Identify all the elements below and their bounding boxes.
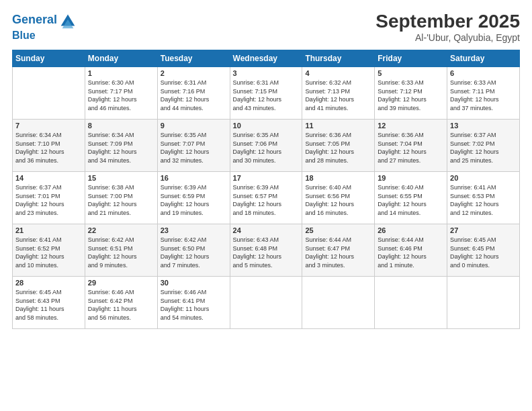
- day-number: 15: [88, 174, 154, 182]
- day-number: 4: [305, 69, 371, 77]
- calendar-cell: 19Sunrise: 6:40 AM Sunset: 6:55 PM Dayli…: [375, 172, 447, 224]
- day-info: Sunrise: 6:31 AM Sunset: 7:15 PM Dayligh…: [233, 79, 300, 112]
- day-info: Sunrise: 6:39 AM Sunset: 6:57 PM Dayligh…: [233, 183, 300, 217]
- logo: General Blue: [12, 11, 77, 42]
- logo-icon: [58, 11, 77, 30]
- day-header-wednesday: Wednesday: [230, 50, 302, 67]
- logo-text: General: [12, 13, 57, 27]
- day-info: Sunrise: 6:40 AM Sunset: 6:56 PM Dayligh…: [305, 183, 371, 217]
- calendar-cell: 7Sunrise: 6:34 AM Sunset: 7:10 PM Daylig…: [13, 120, 85, 172]
- calendar-cell: [13, 67, 85, 120]
- day-number: 24: [233, 226, 300, 234]
- title-block: September 2025 Al-'Ubur, Qalyubia, Egypt: [375, 11, 520, 43]
- day-number: 14: [15, 174, 82, 182]
- day-number: 22: [88, 226, 154, 234]
- week-row-1: 1Sunrise: 6:30 AM Sunset: 7:17 PM Daylig…: [13, 67, 520, 120]
- day-number: 11: [305, 122, 371, 130]
- day-number: 6: [450, 69, 517, 77]
- calendar-cell: 9Sunrise: 6:35 AM Sunset: 7:07 PM Daylig…: [157, 120, 230, 172]
- day-number: 23: [161, 226, 227, 234]
- day-number: 1: [88, 69, 154, 77]
- calendar-cell: 27Sunrise: 6:45 AM Sunset: 6:45 PM Dayli…: [447, 224, 520, 277]
- week-row-5: 28Sunrise: 6:45 AM Sunset: 6:43 PM Dayli…: [13, 277, 520, 329]
- day-info: Sunrise: 6:37 AM Sunset: 7:02 PM Dayligh…: [450, 131, 517, 165]
- day-info: Sunrise: 6:44 AM Sunset: 6:47 PM Dayligh…: [305, 236, 371, 269]
- day-number: 8: [88, 122, 154, 130]
- calendar-cell: 4Sunrise: 6:32 AM Sunset: 7:13 PM Daylig…: [302, 67, 375, 120]
- day-number: 20: [450, 174, 517, 182]
- day-header-sunday: Sunday: [13, 50, 85, 67]
- calendar-cell: 5Sunrise: 6:33 AM Sunset: 7:12 PM Daylig…: [375, 67, 447, 120]
- day-number: 28: [15, 279, 82, 287]
- day-info: Sunrise: 6:33 AM Sunset: 7:12 PM Dayligh…: [378, 79, 444, 112]
- location: Al-'Ubur, Qalyubia, Egypt: [375, 32, 520, 43]
- day-info: Sunrise: 6:34 AM Sunset: 7:10 PM Dayligh…: [15, 131, 82, 165]
- calendar-cell: 11Sunrise: 6:36 AM Sunset: 7:05 PM Dayli…: [302, 120, 375, 172]
- day-header-monday: Monday: [85, 50, 157, 67]
- day-info: Sunrise: 6:41 AM Sunset: 6:53 PM Dayligh…: [450, 183, 517, 217]
- calendar-cell: 6Sunrise: 6:33 AM Sunset: 7:11 PM Daylig…: [447, 67, 520, 120]
- day-info: Sunrise: 6:46 AM Sunset: 6:41 PM Dayligh…: [161, 288, 227, 322]
- page-container: General Blue September 2025 Al-'Ubur, Qa…: [0, 0, 532, 336]
- day-number: 9: [161, 122, 227, 130]
- calendar-cell: 28Sunrise: 6:45 AM Sunset: 6:43 PM Dayli…: [13, 277, 85, 329]
- week-row-2: 7Sunrise: 6:34 AM Sunset: 7:10 PM Daylig…: [13, 120, 520, 172]
- day-info: Sunrise: 6:30 AM Sunset: 7:17 PM Dayligh…: [88, 79, 154, 112]
- day-number: 7: [15, 122, 82, 130]
- day-info: Sunrise: 6:41 AM Sunset: 6:52 PM Dayligh…: [15, 236, 82, 269]
- day-number: 17: [233, 174, 300, 182]
- day-number: 21: [15, 226, 82, 234]
- day-number: 25: [305, 226, 371, 234]
- day-info: Sunrise: 6:36 AM Sunset: 7:04 PM Dayligh…: [378, 131, 444, 165]
- calendar-cell: 12Sunrise: 6:36 AM Sunset: 7:04 PM Dayli…: [375, 120, 447, 172]
- day-header-saturday: Saturday: [447, 50, 520, 67]
- day-number: 26: [378, 226, 444, 234]
- day-info: Sunrise: 6:45 AM Sunset: 6:45 PM Dayligh…: [450, 236, 517, 269]
- calendar-cell: 16Sunrise: 6:39 AM Sunset: 6:59 PM Dayli…: [157, 172, 230, 224]
- calendar-table: SundayMondayTuesdayWednesdayThursdayFrid…: [12, 50, 520, 329]
- day-info: Sunrise: 6:46 AM Sunset: 6:42 PM Dayligh…: [88, 288, 154, 322]
- day-header-tuesday: Tuesday: [157, 50, 230, 67]
- calendar-cell: 23Sunrise: 6:42 AM Sunset: 6:50 PM Dayli…: [157, 224, 230, 277]
- day-info: Sunrise: 6:35 AM Sunset: 7:06 PM Dayligh…: [233, 131, 300, 165]
- calendar-cell: 26Sunrise: 6:44 AM Sunset: 6:46 PM Dayli…: [375, 224, 447, 277]
- calendar-cell: [447, 277, 520, 329]
- calendar-cell: 10Sunrise: 6:35 AM Sunset: 7:06 PM Dayli…: [230, 120, 302, 172]
- day-info: Sunrise: 6:34 AM Sunset: 7:09 PM Dayligh…: [88, 131, 154, 165]
- calendar-cell: [375, 277, 447, 329]
- page-header: General Blue September 2025 Al-'Ubur, Qa…: [12, 11, 520, 43]
- calendar-cell: 8Sunrise: 6:34 AM Sunset: 7:09 PM Daylig…: [85, 120, 157, 172]
- calendar-cell: 1Sunrise: 6:30 AM Sunset: 7:17 PM Daylig…: [85, 67, 157, 120]
- week-row-4: 21Sunrise: 6:41 AM Sunset: 6:52 PM Dayli…: [13, 224, 520, 277]
- day-info: Sunrise: 6:40 AM Sunset: 6:55 PM Dayligh…: [378, 183, 444, 217]
- calendar-cell: 21Sunrise: 6:41 AM Sunset: 6:52 PM Dayli…: [13, 224, 85, 277]
- week-row-3: 14Sunrise: 6:37 AM Sunset: 7:01 PM Dayli…: [13, 172, 520, 224]
- day-info: Sunrise: 6:38 AM Sunset: 7:00 PM Dayligh…: [88, 183, 154, 217]
- calendar-cell: 22Sunrise: 6:42 AM Sunset: 6:51 PM Dayli…: [85, 224, 157, 277]
- logo-blue-text: Blue: [12, 30, 77, 42]
- day-info: Sunrise: 6:42 AM Sunset: 6:51 PM Dayligh…: [88, 236, 154, 269]
- calendar-cell: 15Sunrise: 6:38 AM Sunset: 7:00 PM Dayli…: [85, 172, 157, 224]
- calendar-cell: 30Sunrise: 6:46 AM Sunset: 6:41 PM Dayli…: [157, 277, 230, 329]
- calendar-cell: [302, 277, 375, 329]
- day-info: Sunrise: 6:32 AM Sunset: 7:13 PM Dayligh…: [305, 79, 371, 112]
- day-info: Sunrise: 6:36 AM Sunset: 7:05 PM Dayligh…: [305, 131, 371, 165]
- day-info: Sunrise: 6:35 AM Sunset: 7:07 PM Dayligh…: [161, 131, 227, 165]
- day-info: Sunrise: 6:42 AM Sunset: 6:50 PM Dayligh…: [161, 236, 227, 269]
- calendar-cell: 24Sunrise: 6:43 AM Sunset: 6:48 PM Dayli…: [230, 224, 302, 277]
- day-number: 27: [450, 226, 517, 234]
- calendar-cell: 18Sunrise: 6:40 AM Sunset: 6:56 PM Dayli…: [302, 172, 375, 224]
- day-number: 16: [161, 174, 227, 182]
- calendar-cell: 25Sunrise: 6:44 AM Sunset: 6:47 PM Dayli…: [302, 224, 375, 277]
- day-number: 18: [305, 174, 371, 182]
- day-info: Sunrise: 6:37 AM Sunset: 7:01 PM Dayligh…: [15, 183, 82, 217]
- calendar-cell: 14Sunrise: 6:37 AM Sunset: 7:01 PM Dayli…: [13, 172, 85, 224]
- day-number: 19: [378, 174, 444, 182]
- day-number: 29: [88, 279, 154, 287]
- day-info: Sunrise: 6:39 AM Sunset: 6:59 PM Dayligh…: [161, 183, 227, 217]
- day-info: Sunrise: 6:45 AM Sunset: 6:43 PM Dayligh…: [15, 288, 82, 322]
- day-number: 2: [161, 69, 227, 77]
- calendar-cell: 20Sunrise: 6:41 AM Sunset: 6:53 PM Dayli…: [447, 172, 520, 224]
- day-number: 12: [378, 122, 444, 130]
- day-header-friday: Friday: [375, 50, 447, 67]
